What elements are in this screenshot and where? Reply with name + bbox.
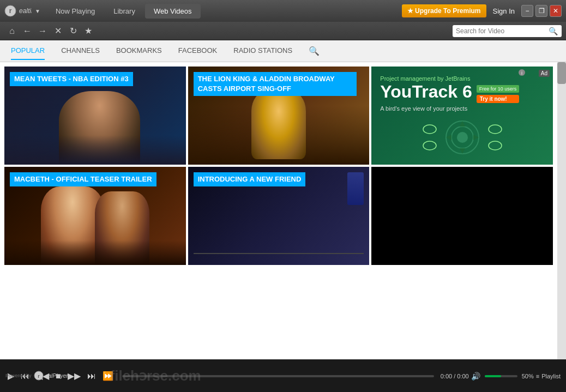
home-icon[interactable]: ⌂ (4, 23, 20, 39)
tab-now-playing[interactable]: Now Playing (47, 4, 104, 19)
svg-text:ealtimes: ealtimes (19, 7, 32, 15)
tab-channels[interactable]: CHANNELS (61, 42, 100, 60)
skip-back-button[interactable]: ⏮ (19, 370, 32, 382)
time-display: 0:00 / 0:00 (441, 373, 469, 379)
svg-marker-10 (446, 135, 451, 140)
player-progress-bar[interactable] (122, 375, 434, 377)
video-title-4: MACBETH - OFFICIAL TEASER TRAILER (10, 172, 156, 186)
svg-text:r: r (9, 7, 12, 15)
window-controls: ★ Upgrade To Premium Sign In − ❐ ✕ (402, 4, 562, 17)
svg-point-14 (423, 141, 436, 150)
logo-icon: r ealtimes (4, 5, 32, 17)
back-icon[interactable]: ← (20, 23, 35, 39)
toolbar: ⌂ ← → ✕ ↻ ★ 🔍 (0, 22, 566, 40)
player-controls: ▶ ⏮ ◀◀ ■ ▶▶ ⏭ ⏩ 0:00 / 0:00 🔊 50% ≡ Play… (0, 360, 566, 392)
ad-free-label: Free for 10 users (477, 85, 520, 93)
signin-button[interactable]: Sign In (489, 7, 519, 15)
ad-product-title: YouTrack 6 (380, 83, 472, 100)
prev-frame-button[interactable]: ◀◀ (34, 370, 51, 382)
upgrade-button[interactable]: ★ Upgrade To Premium (402, 4, 486, 17)
svg-marker-9 (460, 148, 465, 154)
content-nav: POPULAR CHANNELS BOOKMARKS FACEBOOK RADI… (0, 40, 566, 62)
tab-library[interactable]: Library (105, 4, 144, 19)
volume-icon[interactable]: 🔊 (471, 372, 480, 381)
logo-dropdown-arrow[interactable]: ▼ (35, 8, 40, 14)
video-card-2[interactable]: THE LION KING & ALADDIN BROADWAY CASTS A… (188, 67, 370, 165)
refresh-icon[interactable]: ↻ (65, 23, 81, 39)
search-bar[interactable]: 🔍 (453, 25, 562, 37)
search-icon[interactable]: 🔍 (549, 27, 558, 35)
svg-text:i: i (521, 70, 522, 76)
playlist-button[interactable]: ≡ Playlist (536, 373, 561, 379)
next-frame-button[interactable]: ▶▶ (65, 370, 83, 382)
video-card-6[interactable] (371, 167, 553, 265)
nav-tabs: Now Playing Library Web Videos (47, 4, 201, 19)
video-title-5: INTRODUCING A NEW FRIEND (194, 172, 306, 186)
svg-point-13 (489, 125, 502, 134)
scrollbar-track[interactable] (557, 62, 566, 359)
playlist-label: Playlist (541, 373, 561, 379)
video-card-5[interactable]: INTRODUCING A NEW FRIEND (188, 167, 370, 265)
svg-point-7 (457, 132, 468, 143)
app-logo[interactable]: r ealtimes ▼ (4, 5, 40, 17)
ad-info-icon: i (518, 69, 526, 79)
svg-marker-8 (460, 121, 465, 126)
ad-subtitle-text: A bird's eye view of your projects (380, 105, 544, 112)
stop-button[interactable]: ■ (53, 370, 63, 382)
ad-try-button[interactable]: Try it now! (477, 95, 520, 103)
video-card-4[interactable]: MACBETH - OFFICIAL TEASER TRAILER (4, 167, 186, 265)
fast-forward-button[interactable]: ⏩ (100, 370, 116, 382)
scrollbar-thumb[interactable] (557, 62, 566, 84)
main-content: Jimmy Kimmel LIVE! MEAN TWEETS - NBA EDI… (0, 62, 566, 359)
svg-point-12 (423, 125, 436, 134)
video-title-1: MEAN TWEETS - NBA EDITION #3 (10, 72, 133, 86)
close-nav-icon[interactable]: ✕ (50, 23, 65, 39)
search-input[interactable] (456, 27, 549, 35)
nav-search-icon[interactable]: 🔍 (309, 46, 320, 56)
tab-popular[interactable]: POPULAR (11, 42, 45, 60)
title-bar: r ealtimes ▼ Now Playing Library Web Vid… (0, 0, 566, 22)
tab-web-videos[interactable]: Web Videos (145, 4, 201, 19)
minimize-button[interactable]: − (521, 5, 533, 17)
ad-card[interactable]: Ad i Project management by JetBrains You… (371, 67, 553, 165)
volume-percentage: 50% (522, 373, 534, 379)
player-bar: ▶ ⏮ ◀◀ ■ ▶▶ ⏭ ⏩ 0:00 / 0:00 🔊 50% ≡ Play… (0, 359, 566, 392)
tab-facebook[interactable]: FACEBOOK (178, 42, 218, 60)
volume-slider[interactable] (485, 375, 517, 377)
ad-badge-label: Ad (539, 70, 550, 77)
svg-marker-11 (473, 135, 479, 140)
restore-button[interactable]: ❐ (535, 5, 547, 17)
tab-bookmarks[interactable]: BOOKMARKS (116, 42, 162, 60)
volume-fill (485, 375, 501, 377)
forward-icon[interactable]: → (35, 23, 50, 39)
play-button[interactable]: ▶ (5, 370, 16, 382)
svg-point-15 (489, 141, 502, 150)
video-title-2: THE LION KING & ALADDIN BROADWAY CASTS A… (194, 72, 357, 96)
playlist-icon: ≡ (536, 373, 539, 379)
close-button[interactable]: ✕ (550, 5, 562, 17)
bookmark-icon[interactable]: ★ (81, 23, 96, 39)
video-card-1[interactable]: Jimmy Kimmel LIVE! MEAN TWEETS - NBA EDI… (4, 67, 186, 165)
video-grid: Jimmy Kimmel LIVE! MEAN TWEETS - NBA EDI… (0, 62, 566, 269)
tab-radio-stations[interactable]: RADIO STATIONS (233, 42, 292, 60)
skip-forward-button[interactable]: ⏭ (85, 370, 98, 382)
ad-graphic (377, 116, 547, 159)
